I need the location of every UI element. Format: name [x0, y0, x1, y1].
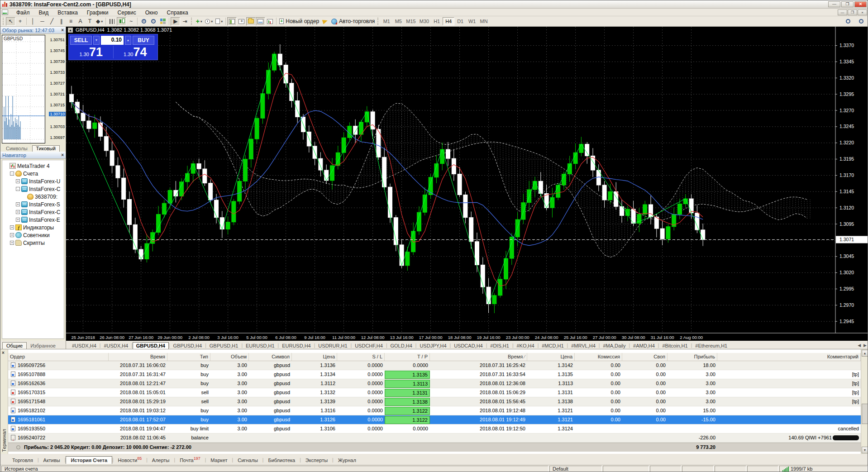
line-chart-button[interactable]: ~ [126, 17, 136, 26]
symbol-tab-EURUSDH1[interactable]: EURUSD,H1 [243, 343, 278, 349]
tree-item-InstaForex-C[interactable]: -InstaForex-C [3, 185, 64, 193]
indicators-button[interactable]: +▾ [194, 17, 204, 26]
tree-toggle-icon[interactable]: + [10, 225, 14, 229]
menu-item-Сервис[interactable]: Сервис [113, 9, 141, 16]
terminal-tab-Новости[interactable]: Новости85 [114, 455, 147, 464]
scroll-right-icon[interactable]: ▶ [863, 343, 867, 348]
tree-toggle-icon[interactable]: + [10, 233, 14, 237]
scrollbar-thumb[interactable] [862, 404, 868, 424]
tree-toggle-icon[interactable]: + [16, 179, 20, 183]
market-watch-toggle[interactable] [227, 17, 237, 26]
table-row[interactable]: 16951935502018.08.01 19:04:47buy limit3.… [8, 424, 861, 434]
tree-toggle-icon[interactable]: - [16, 187, 20, 191]
fibonacci-button[interactable]: ≡ [66, 17, 76, 26]
terminal-scrollbar[interactable]: ▲ ▼ [861, 349, 868, 454]
channel-button[interactable]: ∥ [57, 17, 66, 26]
symbol-tab-GBPUSDH4[interactable]: GBPUSD,H4 [133, 342, 169, 349]
tree-item-InstaForex-E[interactable]: +InstaForex-E [3, 216, 64, 224]
toolbar-grip[interactable] [191, 18, 193, 25]
column-header-2[interactable]: Тип [167, 353, 210, 361]
column-header-9[interactable]: Цена [527, 353, 575, 361]
timeframe-button-H1[interactable]: H1 [431, 17, 443, 25]
column-header-4[interactable]: Символ [249, 353, 292, 361]
terminal-tab-Почта[interactable]: Почта197 [175, 455, 205, 464]
volume-input[interactable]: 0.10 [101, 36, 124, 45]
table-row[interactable]: 16950972562018.07.31 16:06:02buy3.00gbpu… [8, 361, 861, 370]
menu-item-Окно[interactable]: Окно [141, 9, 162, 16]
shapes-button[interactable]: ◆▾ [95, 17, 104, 26]
navigator-tab-Общие[interactable]: Общие [2, 342, 27, 349]
scroll-down-icon[interactable]: ▼ [862, 447, 868, 453]
scroll-up-icon[interactable]: ▲ [862, 350, 868, 357]
menu-item-Графики[interactable]: Графики [82, 9, 113, 16]
column-header-10[interactable]: Комиссия [575, 353, 622, 361]
timeframe-button-W1[interactable]: W1 [466, 17, 478, 25]
tree-toggle-icon[interactable]: + [16, 202, 20, 206]
menu-item-Вставка[interactable]: Вставка [53, 9, 82, 16]
column-header-1[interactable]: Время [109, 353, 167, 361]
strategy-tester-toggle[interactable] [265, 17, 275, 26]
table-row[interactable]: 16951078882018.07.31 16:31:47buy3.00gbpu… [8, 370, 861, 379]
tree-item-MetaTrader4[interactable]: MetaTrader 4 [3, 162, 64, 170]
market-watch-close-icon[interactable]: × [61, 28, 64, 33]
terminal-tab-Торговля[interactable]: Торговля [8, 457, 38, 464]
column-header-12[interactable]: Прибыль [668, 353, 717, 361]
column-header-6[interactable]: S / L [337, 353, 385, 361]
mdi-restore-button[interactable]: ❐ [848, 10, 857, 15]
column-header-8[interactable]: Время ∕ [430, 353, 527, 361]
zoom-out-button[interactable]: − [148, 17, 158, 26]
autotrading-button[interactable]: Авто-торговля [330, 17, 376, 26]
buy-button[interactable]: BUY [133, 36, 154, 45]
tree-toggle-icon[interactable]: + [16, 210, 20, 214]
tree-toggle-icon[interactable]: - [10, 172, 14, 176]
terminal-tab-Активы[interactable]: Активы [39, 457, 65, 464]
timeframe-button-M1[interactable]: M1 [381, 17, 392, 25]
terminal-tab-Маркет[interactable]: Маркет [206, 457, 232, 464]
terminal-close-icon[interactable]: × [2, 351, 5, 355]
symbol-tab-EthereumH1[interactable]: #Ethereum,H1 [692, 343, 730, 349]
market-watch-tab-Тиковый[interactable]: Тиковый [32, 145, 60, 152]
tree-item-InstaForex-C[interactable]: +InstaForex-C [3, 208, 64, 216]
terminal-toggle[interactable] [256, 17, 265, 26]
volume-decrease-button[interactable]: ▼ [93, 36, 100, 45]
terminal-tab-Алерты[interactable]: Алерты [148, 457, 174, 464]
one-click-collapse-icon[interactable]: ▲ [68, 28, 73, 33]
symbol-tab-MADaily[interactable]: #MA,Daily [600, 343, 629, 349]
table-row[interactable]: 16951703152018.08.01 15:05:01sell3.00gbp… [8, 388, 861, 397]
toolbar-grip[interactable] [3, 18, 5, 25]
terminal-tab-Сигналы[interactable]: Сигналы [233, 457, 262, 464]
navigator-toggle[interactable] [246, 17, 256, 26]
table-row[interactable]: 16951810612018.08.01 17:52:07buy3.00gbpu… [8, 415, 861, 424]
symbol-tab-USDRURH1[interactable]: USDRUR,H1 [315, 343, 350, 349]
label-button[interactable]: T [85, 17, 95, 26]
mdi-minimize-button[interactable]: — [838, 10, 847, 15]
symbol-tab-USDXH4[interactable]: #USDX,H4 [69, 343, 100, 349]
timeframe-button-D1[interactable]: D1 [454, 17, 466, 25]
symbol-tab-USDCADH4[interactable]: USDCAD,H4 [451, 343, 486, 349]
table-row[interactable]: 16952407222018.08.02 11:06:45balance-226… [8, 434, 861, 443]
column-header-7[interactable]: T / P [385, 353, 430, 361]
tree-item-Скрипты[interactable]: +Скрипты [3, 239, 64, 247]
tree-item-InstaForex-U[interactable]: +InstaForex-U [3, 177, 64, 185]
tree-item-InstaForex-S[interactable]: +InstaForex-S [3, 200, 64, 208]
cursor-button[interactable]: ↖ [6, 17, 15, 26]
tile-windows-button[interactable] [158, 17, 167, 26]
column-header-11[interactable]: Своп [622, 353, 668, 361]
text-button[interactable]: A [76, 17, 85, 26]
tree-toggle-icon[interactable]: + [16, 218, 20, 222]
table-row[interactable]: 16951715482018.08.01 15:29:19sell3.00gbp… [8, 397, 861, 406]
timeframe-button-M30[interactable]: M30 [418, 17, 431, 25]
symbol-tab-MCDH1[interactable]: #MCD,H1 [539, 343, 567, 349]
symbol-tab-KOH4[interactable]: #KO,H4 [514, 343, 538, 349]
terminal-tab-Журнал[interactable]: Журнал [334, 457, 361, 464]
symbol-tab-BitcoinH1[interactable]: #Bitcoin,H1 [659, 343, 691, 349]
timeframe-button-MN[interactable]: MN [478, 17, 490, 25]
market-watch-tab-Символы[interactable]: Символы [2, 146, 31, 152]
symbol-tab-USDXH4[interactable]: #USDX,H4 [100, 343, 131, 349]
chart-shift-button[interactable]: ⇥ [180, 17, 190, 26]
chart-area[interactable]: 1.33701.33451.33201.32951.32701.32451.32… [66, 27, 868, 341]
menu-item-Файл[interactable]: Файл [12, 9, 34, 16]
symbol-tab-GBPUSDH4[interactable]: GBPUSD,H4 [170, 343, 205, 349]
data-window-toggle[interactable] [237, 17, 246, 26]
zoom-in-button[interactable]: + [139, 17, 148, 26]
